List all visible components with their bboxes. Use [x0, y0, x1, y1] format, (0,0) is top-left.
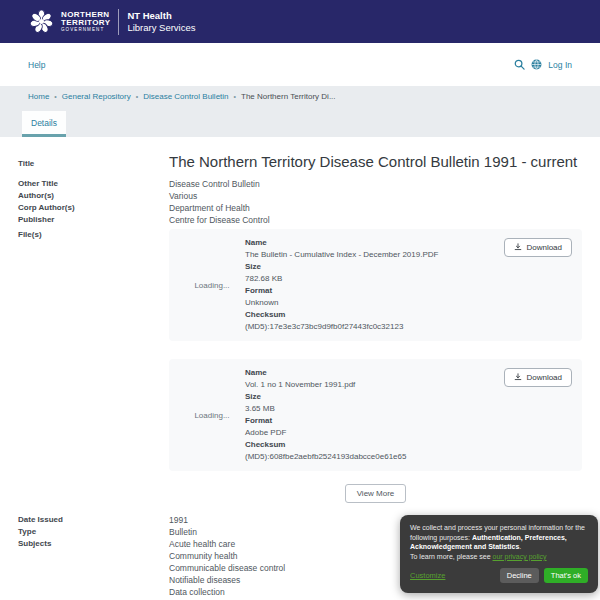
breadcrumb-separator: • [54, 93, 56, 100]
title-row: Title The Northern Territory Disease Con… [0, 153, 600, 171]
file-format-label: Format [245, 285, 496, 297]
cookie-consent-banner: We collect and process your personal inf… [400, 515, 598, 593]
file-card: Loading... Name The Bulletin - Cumulativ… [169, 229, 582, 341]
download-button-label: Download [526, 373, 562, 382]
masthead: NORTHERN TERRITORY GOVERNMENT NT Health … [0, 0, 600, 43]
logo-divider [118, 9, 119, 35]
breadcrumb: Home • General Repository • Disease Cont… [0, 86, 600, 107]
publisher-row: Publisher Centre for Disease Control [0, 214, 600, 226]
file-format-value: Adobe PDF [245, 427, 496, 439]
publisher-label: Publisher [18, 214, 169, 226]
org-wordmark: NORTHERN TERRITORY GOVERNMENT [61, 11, 110, 33]
tab-strip: Details [0, 107, 600, 137]
org-line3: GOVERNMENT [61, 28, 110, 33]
file-name-label: Name [245, 367, 496, 379]
navbar-right-group: Log In [514, 59, 572, 70]
download-icon [514, 243, 522, 251]
title-label: Title [18, 153, 169, 171]
decline-button[interactable]: Decline [500, 568, 539, 583]
breadcrumb-general-repository[interactable]: General Repository [62, 92, 131, 101]
files-label: File(s) [18, 229, 169, 503]
files-row: File(s) Loading... Name The Bulletin - C… [0, 229, 600, 503]
file-fields: Name The Bulletin - Cumulative Index - D… [245, 237, 496, 333]
publisher-value: Centre for Disease Control [169, 214, 582, 226]
download-icon [514, 373, 522, 381]
other-title-label: Other Title [18, 178, 169, 190]
file-format-value: Unknown [245, 297, 496, 309]
download-cell: Download [496, 367, 572, 463]
record-title: The Northern Territory Disease Control B… [169, 153, 582, 171]
file-card-list: Loading... Name The Bulletin - Cumulativ… [169, 229, 582, 503]
org-line2: TERRITORY [61, 19, 110, 27]
download-button-label: Download [526, 243, 562, 252]
cookie-actions: Customize Decline That's ok [410, 568, 588, 583]
file-size-label: Size [245, 261, 496, 273]
file-name-label: Name [245, 237, 496, 249]
thumbnail-loading-text: Loading... [179, 367, 245, 463]
login-link[interactable]: Log In [548, 60, 572, 70]
corp-authors-value: Department of Health [169, 202, 582, 214]
file-checksum-value: (MD5):17e3e3c73bc9d9fb0f27443fc0c32123 [245, 321, 496, 333]
site-title[interactable]: NT Health Library Services [127, 10, 195, 34]
file-checksum-label: Checksum [245, 439, 496, 451]
view-more-wrap: View More [169, 484, 582, 503]
nt-government-logo[interactable]: NORTHERN TERRITORY GOVERNMENT [28, 8, 110, 35]
breadcrumb-current-item: The Northern Territory Di... [241, 92, 336, 101]
cookie-learn-more: To learn more, please see our privacy po… [410, 552, 588, 562]
file-name-value: The Bulletin - Cumulative Index - Decemb… [245, 249, 496, 261]
download-button[interactable]: Download [504, 238, 572, 257]
file-name-value: Vol. 1 no 1 November 1991.pdf [245, 379, 496, 391]
customize-link[interactable]: Customize [410, 571, 445, 580]
language-globe-icon[interactable] [531, 59, 542, 70]
download-cell: Download [496, 237, 572, 333]
site-title-line1: NT Health [127, 10, 195, 22]
file-fields: Name Vol. 1 no 1 November 1991.pdf Size … [245, 367, 496, 463]
cookie-learn-more-prefix: To learn more, please see [410, 553, 493, 560]
download-button[interactable]: Download [504, 368, 572, 387]
page: NORTHERN TERRITORY GOVERNMENT NT Health … [0, 0, 600, 600]
file-checksum-label: Checksum [245, 309, 496, 321]
date-issued-label: Date Issued [18, 514, 169, 526]
accept-button[interactable]: That's ok [544, 568, 588, 583]
file-size-label: Size [245, 391, 496, 403]
top-navbar: Help Log In [0, 43, 600, 86]
subjects-label: Subjects [18, 538, 169, 598]
privacy-policy-link[interactable]: our privacy policy [493, 553, 547, 560]
tab-details[interactable]: Details [22, 111, 66, 137]
site-title-line2: Library Services [127, 22, 195, 34]
corp-authors-row: Corp Author(s) Department of Health [0, 202, 600, 214]
ntg-flower-icon [28, 8, 55, 35]
authors-row: Author(s) Various [0, 190, 600, 202]
breadcrumb-separator: • [234, 93, 236, 100]
file-size-value: 3.65 MB [245, 403, 496, 415]
cookie-buttons: Decline That's ok [500, 568, 588, 583]
breadcrumb-disease-control-bulletin[interactable]: Disease Control Bulletin [143, 92, 228, 101]
file-size-value: 782.68 KB [245, 273, 496, 285]
breadcrumb-separator: • [136, 93, 138, 100]
authors-label: Author(s) [18, 190, 169, 202]
cookie-message-suffix: . [519, 543, 521, 550]
other-title-row: Other Title Disease Control Bulletin [0, 178, 600, 190]
file-format-label: Format [245, 415, 496, 427]
file-checksum-value: (MD5):608fbe2aebfb2524193dabcce0e61e65 [245, 451, 496, 463]
view-more-button[interactable]: View More [345, 484, 407, 503]
corp-authors-label: Corp Author(s) [18, 202, 169, 214]
cookie-message: We collect and process your personal inf… [410, 523, 588, 552]
authors-value: Various [169, 190, 582, 202]
help-link[interactable]: Help [28, 60, 45, 70]
other-title-value: Disease Control Bulletin [169, 178, 582, 190]
type-label: Type [18, 526, 169, 538]
search-icon[interactable] [514, 59, 525, 70]
file-card: Loading... Name Vol. 1 no 1 November 199… [169, 359, 582, 471]
thumbnail-loading-text: Loading... [179, 237, 245, 333]
breadcrumb-home[interactable]: Home [28, 92, 49, 101]
